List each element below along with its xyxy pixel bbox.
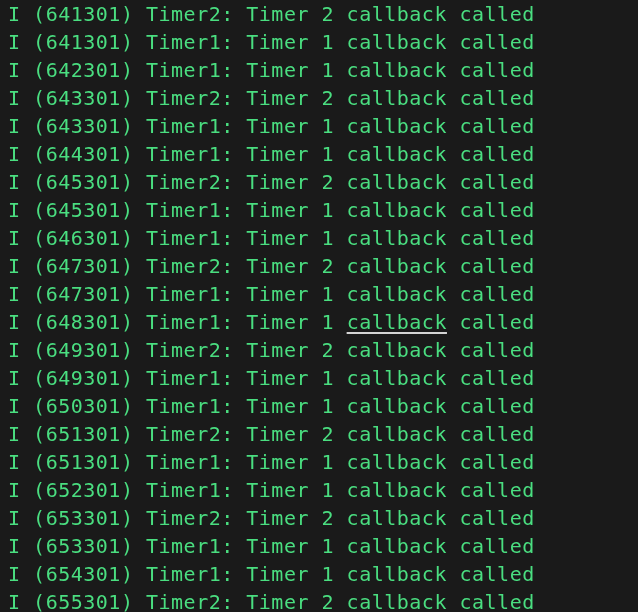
log-level: I [8,336,21,364]
log-line: I (643301) Timer2: Timer 2 callback call… [8,84,630,112]
log-line: I (653301) Timer1: Timer 1 callback call… [8,532,630,560]
log-message: Timer 1 callback called [234,364,535,392]
log-tag: Timer2: [133,420,233,448]
log-level: I [8,196,21,224]
log-tag: Timer1: [133,392,233,420]
log-timestamp: (650301) [21,392,134,420]
log-tag: Timer1: [133,112,233,140]
log-tag: Timer2: [133,84,233,112]
log-level: I [8,0,21,28]
log-timestamp: (644301) [21,140,134,168]
log-level: I [8,308,21,336]
log-tag: Timer2: [133,168,233,196]
log-level: I [8,588,21,612]
log-line: I (643301) Timer1: Timer 1 callback call… [8,112,630,140]
log-line: I (641301) Timer2: Timer 2 callback call… [8,0,630,28]
log-line: I (647301) Timer1: Timer 1 callback call… [8,280,630,308]
log-message: Timer 2 callback called [234,252,535,280]
log-timestamp: (652301) [21,476,134,504]
log-line: I (651301) Timer2: Timer 2 callback call… [8,420,630,448]
log-level: I [8,476,21,504]
log-timestamp: (651301) [21,420,134,448]
log-level: I [8,112,21,140]
log-level: I [8,56,21,84]
log-message: Timer 1 callback called [234,448,535,476]
log-level: I [8,504,21,532]
log-message: Timer 1 callback called [234,56,535,84]
log-timestamp: (646301) [21,224,134,252]
log-line: I (654301) Timer1: Timer 1 callback call… [8,560,630,588]
log-line: I (651301) Timer1: Timer 1 callback call… [8,448,630,476]
log-tag: Timer1: [133,28,233,56]
log-line: I (642301) Timer1: Timer 1 callback call… [8,56,630,84]
log-line: I (644301) Timer1: Timer 1 callback call… [8,140,630,168]
log-timestamp: (645301) [21,168,134,196]
log-tag: Timer2: [133,0,233,28]
log-timestamp: (647301) [21,280,134,308]
log-timestamp: (643301) [21,112,134,140]
log-timestamp: (649301) [21,336,134,364]
log-message: Timer 2 callback called [234,588,535,612]
log-message: Timer 2 callback called [234,84,535,112]
log-message: Timer 1 callback called [234,532,535,560]
log-line: I (649301) Timer2: Timer 2 callback call… [8,336,630,364]
log-level: I [8,364,21,392]
log-line: I (645301) Timer2: Timer 2 callback call… [8,168,630,196]
log-level: I [8,560,21,588]
log-message: Timer 1 callback called [234,308,535,336]
log-message: Timer 1 callback called [234,196,535,224]
log-level: I [8,392,21,420]
log-line: I (648301) Timer1: Timer 1 callback call… [8,308,630,336]
log-line: I (652301) Timer1: Timer 1 callback call… [8,476,630,504]
log-message: Timer 2 callback called [234,0,535,28]
log-timestamp: (648301) [21,308,134,336]
log-level: I [8,420,21,448]
log-message: Timer 1 callback called [234,28,535,56]
log-tag: Timer1: [133,448,233,476]
log-tag: Timer1: [133,308,233,336]
log-message: Timer 1 callback called [234,392,535,420]
log-line: I (655301) Timer2: Timer 2 callback call… [8,588,630,612]
log-timestamp: (641301) [21,28,134,56]
log-timestamp: (653301) [21,504,134,532]
log-message: Timer 1 callback called [234,476,535,504]
log-timestamp: (653301) [21,532,134,560]
log-message: Timer 2 callback called [234,420,535,448]
log-level: I [8,280,21,308]
log-level: I [8,140,21,168]
log-tag: Timer1: [133,364,233,392]
log-tag: Timer1: [133,560,233,588]
log-tag: Timer1: [133,224,233,252]
log-line: I (647301) Timer2: Timer 2 callback call… [8,252,630,280]
log-tag: Timer1: [133,280,233,308]
log-tag: Timer2: [133,336,233,364]
log-level: I [8,224,21,252]
log-message: Timer 1 callback called [234,280,535,308]
log-tag: Timer2: [133,588,233,612]
log-line: I (641301) Timer1: Timer 1 callback call… [8,28,630,56]
log-message: Timer 1 callback called [234,112,535,140]
log-message: Timer 2 callback called [234,504,535,532]
log-line: I (650301) Timer1: Timer 1 callback call… [8,392,630,420]
log-timestamp: (643301) [21,84,134,112]
log-timestamp: (645301) [21,196,134,224]
log-line: I (653301) Timer2: Timer 2 callback call… [8,504,630,532]
log-timestamp: (649301) [21,364,134,392]
log-level: I [8,532,21,560]
log-timestamp: (651301) [21,448,134,476]
log-message: Timer 1 callback called [234,224,535,252]
log-tag: Timer1: [133,140,233,168]
log-level: I [8,28,21,56]
log-timestamp: (647301) [21,252,134,280]
log-level: I [8,252,21,280]
log-level: I [8,168,21,196]
log-tag: Timer2: [133,504,233,532]
terminal-output[interactable]: I (641301) Timer2: Timer 2 callback call… [0,0,638,612]
log-tag: Timer1: [133,476,233,504]
log-timestamp: (655301) [21,588,134,612]
underlined-word: callback [347,310,447,334]
log-tag: Timer1: [133,196,233,224]
log-level: I [8,448,21,476]
log-message: Timer 2 callback called [234,336,535,364]
log-line: I (646301) Timer1: Timer 1 callback call… [8,224,630,252]
